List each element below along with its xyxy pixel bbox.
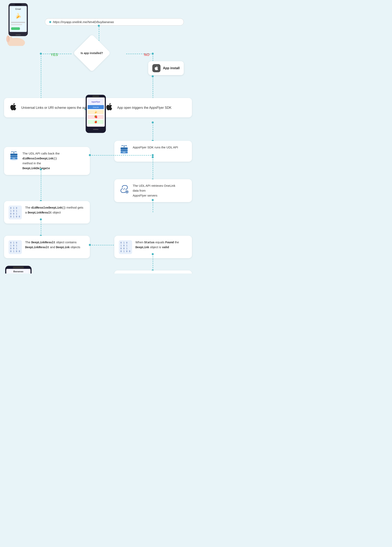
- svg-rect-5: [11, 22, 25, 23]
- udl-retrieve-box: The UDL API retrieves OneLink data from …: [114, 179, 192, 202]
- svg-point-36: [124, 146, 124, 147]
- svg-rect-58: [13, 266, 24, 268]
- connector-yes-v: [41, 54, 41, 100]
- svg-text:🍌: 🍌: [94, 110, 98, 114]
- dot-udl-right: [89, 154, 91, 156]
- svg-rect-30: [121, 147, 128, 149]
- svg-text:Bananas: Bananas: [13, 270, 23, 273]
- dot-udlapi-bottom: [40, 168, 42, 171]
- udl-retrieve-text: The UDL API retrieves OneLink data from …: [133, 183, 175, 198]
- svg-rect-15: [92, 96, 99, 97]
- deep-link-result-card: 0 1 01 0 10 0 10 1 0 0 The DeepLinkResul…: [4, 236, 90, 258]
- connector-afsdk-to-retrieve: [153, 157, 153, 180]
- did-resolve-card: 0 1 01 0 10 0 10 1 0 0 The didResolveDee…: [4, 201, 90, 224]
- dot-dlresult-right: [89, 244, 91, 246]
- sdk-icon-udl: SDK: [9, 151, 19, 164]
- connector-udlapi-down: [41, 169, 41, 201]
- svg-point-34: [122, 145, 122, 146]
- url-dot: [49, 21, 51, 23]
- chain-icon: [119, 184, 130, 196]
- did-resolve-box: 0 1 01 0 10 0 10 1 0 0 The didResolveDee…: [4, 201, 90, 224]
- svg-rect-6: [11, 24, 22, 25]
- app-open-text: App open triggers the AppsFlyer SDK: [117, 105, 172, 110]
- svg-point-35: [126, 145, 127, 146]
- connector-yes-h: [41, 54, 71, 54]
- binary-icon-1: 0 1 01 0 10 0 10 1 0 0: [9, 205, 22, 219]
- no-label: NO: [144, 53, 150, 57]
- dot-afsdk-bottom: [152, 156, 154, 158]
- svg-text:SDK: SDK: [13, 158, 15, 159]
- connector-didresolve-down: [41, 219, 41, 236]
- connector-retrieve-down: [153, 200, 153, 212]
- svg-rect-16: [93, 129, 98, 130]
- udl-retrieve-card: The UDL API retrieves OneLink data from …: [114, 179, 192, 202]
- svg-line-49: [124, 188, 125, 190]
- binary-icon-3: 0 1 01 0 10 0 10 1 0 0: [119, 240, 132, 254]
- yes-label: YES: [51, 53, 58, 57]
- svg-rect-8: [15, 34, 21, 35]
- deep-link-result-box: 0 1 01 0 10 0 10 1 0 0 The DeepLinkResul…: [4, 236, 90, 258]
- dot-app-install-bottom: [152, 75, 154, 77]
- app-store-icon: [152, 64, 160, 72]
- dot-retrieve-bottom: [152, 199, 154, 201]
- svg-point-47: [14, 152, 14, 153]
- diamond-question: Is app installed?: [81, 51, 103, 55]
- svg-rect-41: [10, 153, 18, 155]
- apple-icon-universal: [9, 103, 18, 113]
- svg-text:🍓: 🍓: [94, 115, 98, 118]
- universal-links-box: Universal Links or URI scheme opens the …: [4, 98, 96, 117]
- connector-udl-h: [90, 155, 153, 156]
- binary-icon-2: 0 1 01 0 10 0 10 1 0 0: [9, 240, 22, 254]
- svg-text:AppsFlyer: AppsFlyer: [91, 101, 100, 103]
- universal-links-text: Universal Links or URI scheme opens the …: [21, 105, 88, 110]
- diamond-shape: Is app installed?: [73, 34, 111, 72]
- connector-whenstatus-down: [153, 254, 153, 270]
- app-install-box: App install: [148, 61, 184, 75]
- decision-diamond: Is app installed?: [69, 40, 114, 66]
- svg-point-11: [6, 35, 10, 42]
- af-sdk-text: AppsFlyer SDK runs the UDL API: [133, 145, 178, 150]
- deep-link-carries-card: 0 0 10 1 01 0 10 0 1 0 0 DeepLink object…: [114, 270, 192, 274]
- connector-appopen-to-afsdk: [153, 123, 153, 141]
- svg-text:Email: Email: [15, 8, 21, 10]
- udl-api-card: SDK The UDL API calls back the didResolv…: [4, 147, 90, 175]
- did-resolve-text: The didResolveDeepLink() method gets a D…: [25, 205, 85, 215]
- svg-point-45: [11, 151, 12, 152]
- app-open-box: App open triggers the AppsFlyer SDK: [100, 98, 192, 117]
- dot-top: [98, 25, 100, 27]
- connector-no-h: [126, 54, 153, 54]
- url-bar: https://myapp.onelink.me/Nm4D/buybananas: [45, 18, 184, 26]
- svg-text:🍎: 🍎: [94, 120, 97, 123]
- app-install-label: App install: [163, 66, 180, 70]
- svg-point-46: [15, 151, 16, 152]
- udl-api-text: The UDL API calls back the didResolveDee…: [22, 151, 60, 171]
- af-sdk-card: SDK AppsFlyer SDK runs the UDL API: [114, 141, 192, 162]
- sdk-icon: SDK: [119, 145, 130, 157]
- svg-rect-2: [15, 4, 22, 6]
- svg-rect-40: [10, 156, 18, 157]
- deep-link-carries-box: 0 0 10 1 01 0 10 0 1 0 0 DeepLink object…: [114, 270, 192, 274]
- dot-whenstatus-bottom: [152, 253, 154, 255]
- url-text: https://myapp.onelink.me/Nm4D/buybananas: [53, 20, 114, 24]
- when-status-text: When Status equals Found the DeepLink ob…: [135, 240, 187, 250]
- phone-bananas: Bananas 🍌 🍌 🍌 🍌 🍌 🍌 🍌 🍌 🍌: [4, 265, 33, 274]
- dot-didresolve-bottom: [40, 219, 42, 220]
- udl-api-box: SDK The UDL API calls back the didResolv…: [4, 147, 90, 175]
- svg-point-51: [126, 191, 128, 192]
- phone-middle: AppsFlyer OneLink 🍌 🍓 🍎: [84, 94, 107, 136]
- svg-text:🍌: 🍌: [15, 13, 21, 19]
- dot-retrieve-h: [152, 154, 154, 156]
- svg-text:OneLink: OneLink: [93, 106, 99, 108]
- svg-rect-7: [11, 27, 20, 30]
- svg-rect-29: [121, 149, 128, 151]
- svg-text:SDK: SDK: [123, 152, 126, 153]
- deep-link-result-text: The DeepLinkResult object contains DeepL…: [25, 240, 85, 250]
- dot-appopen-bottom: [152, 122, 154, 123]
- af-sdk-box: SDK AppsFlyer SDK runs the UDL API: [114, 141, 192, 162]
- phone-hand-left: Email 🍌: [4, 2, 31, 47]
